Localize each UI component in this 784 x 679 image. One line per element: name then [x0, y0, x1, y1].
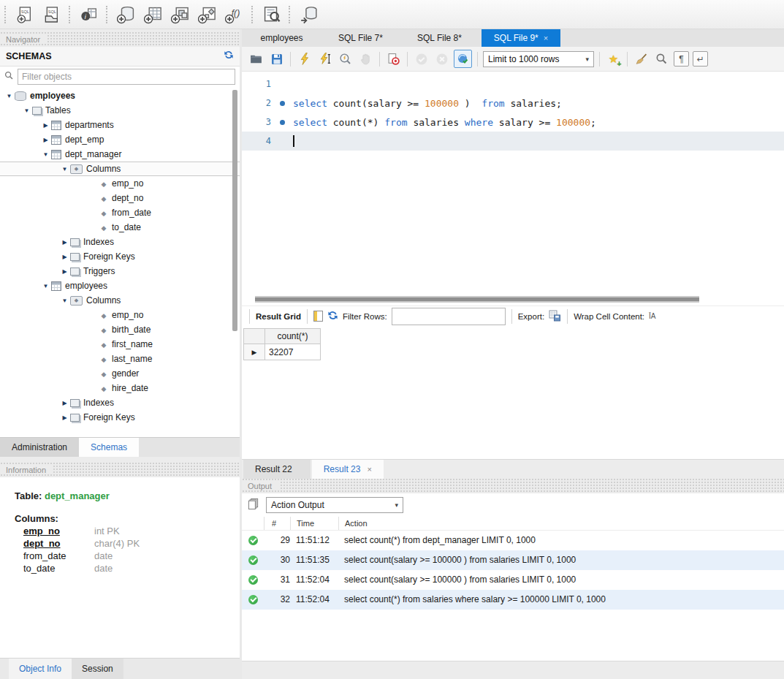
limit-rows-dropdown[interactable]: Limit to 1000 rows ▾ — [483, 51, 594, 67]
tree-item[interactable]: ▶ Indexes — [0, 395, 240, 410]
expander-icon[interactable]: ▼ — [41, 151, 50, 158]
tree-item[interactable]: gender — [0, 366, 240, 381]
expander-icon[interactable]: ▶ — [60, 414, 69, 421]
create-view-icon[interactable] — [170, 4, 191, 25]
column-type: date — [94, 550, 113, 562]
tree-scrollbar[interactable] — [232, 90, 237, 331]
expander-icon[interactable]: ▼ — [60, 297, 69, 304]
tree-item[interactable]: dept_no — [0, 191, 240, 205]
document-tab[interactable]: SQL File 9* × — [482, 29, 560, 47]
result-tab[interactable]: Result 23 × — [312, 460, 384, 479]
editor-horizontal-scrollbar[interactable] — [242, 295, 784, 303]
expander-icon[interactable]: ▼ — [4, 93, 14, 99]
scrollbar-thumb[interactable] — [255, 297, 699, 301]
document-tab[interactable]: employees — [245, 29, 324, 47]
tree-item[interactable]: first_name — [0, 337, 240, 352]
create-procedure-icon[interactable] — [197, 4, 218, 25]
expander-icon[interactable]: ▼ — [60, 166, 69, 172]
output-row[interactable]: 31 11:52:04 select count(salary >= 10000… — [242, 570, 784, 590]
open-file-icon[interactable] — [248, 50, 264, 67]
expander-icon[interactable]: ▶ — [60, 254, 69, 260]
tree-item[interactable]: ▼ dept_manager — [0, 147, 240, 162]
toolbar-divider — [379, 52, 380, 67]
result-cell-value[interactable]: 32207 — [265, 344, 321, 360]
result-grid-data-row[interactable]: ▶ 32207 — [243, 344, 784, 360]
find-icon[interactable] — [653, 50, 670, 67]
schema-inspector-icon[interactable]: i — [79, 4, 99, 25]
row-marker[interactable]: ▶ — [243, 344, 265, 360]
create-schema-icon[interactable] — [116, 4, 137, 25]
new-sql-tab-icon[interactable]: SQL — [15, 4, 35, 25]
tree-item[interactable]: ▼ employees — [0, 278, 240, 293]
number-column-header[interactable]: # — [264, 517, 290, 530]
refresh-schemas-icon[interactable] — [224, 50, 234, 63]
show-invisibles-icon[interactable]: ¶ — [674, 51, 689, 67]
tree-item[interactable]: ▶ Foreign Keys — [0, 410, 240, 425]
sidebar-tab[interactable]: Administration — [0, 438, 79, 457]
tree-item-icon — [99, 193, 108, 203]
tree-item[interactable]: ▶ Foreign Keys — [0, 249, 240, 264]
beautify-icon[interactable] — [633, 50, 650, 67]
expander-icon[interactable]: ▶ — [60, 268, 69, 275]
tree-item[interactable]: emp_no — [0, 176, 240, 191]
open-sql-script-icon[interactable]: SQL — [42, 4, 62, 25]
tree-item[interactable]: ▼ Tables — [0, 103, 240, 118]
result-tab[interactable]: Result 22 — [243, 460, 311, 479]
tree-item[interactable]: emp_no — [0, 308, 240, 322]
tree-item[interactable]: ▶ Triggers — [0, 264, 240, 278]
info-tab[interactable]: Object Info — [9, 659, 72, 679]
toggle-autocommit-icon[interactable] — [454, 50, 472, 68]
tree-item[interactable]: hire_date — [0, 381, 240, 395]
create-table-icon[interactable] — [143, 4, 164, 25]
tree-item[interactable]: birth_date — [0, 322, 240, 337]
tree-item[interactable]: ▼ Columns — [0, 293, 240, 308]
tree-item[interactable]: ▼ Columns — [0, 162, 240, 176]
search-objects-icon[interactable] — [262, 4, 282, 25]
tree-item[interactable]: ▶ departments — [0, 118, 240, 132]
create-function-icon[interactable]: f() — [224, 4, 245, 25]
toggle-wrap-icon[interactable]: ↵ — [693, 51, 708, 67]
tree-item[interactable]: last_name — [0, 352, 240, 366]
tree-item[interactable]: ▶ dept_emp — [0, 132, 240, 147]
toolbar-divider — [477, 52, 478, 67]
expander-icon[interactable]: ▼ — [22, 107, 31, 114]
explain-icon[interactable] — [337, 50, 354, 67]
table-label: Table: — [15, 490, 42, 501]
expander-icon[interactable]: ▶ — [41, 137, 50, 143]
expander-icon[interactable]: ▶ — [41, 122, 50, 129]
time-column-header[interactable]: Time — [290, 517, 338, 530]
output-row[interactable]: 32 11:52:04 select count(*) from salarie… — [242, 590, 784, 610]
close-tab-icon[interactable]: × — [367, 465, 371, 474]
close-tab-icon[interactable]: × — [544, 34, 548, 42]
execute-icon[interactable] — [296, 50, 313, 67]
wrap-cell-content-icon[interactable]: ĪA — [649, 312, 655, 320]
expander-icon[interactable]: ▶ — [60, 239, 69, 246]
export-icon[interactable] — [549, 310, 561, 323]
toggle-stop-on-error-icon[interactable] — [385, 50, 402, 67]
reconnect-database-icon[interactable] — [299, 4, 319, 25]
refresh-results-icon[interactable] — [327, 310, 338, 322]
document-tab[interactable]: SQL File 8* — [403, 29, 482, 47]
expander-icon[interactable]: ▶ — [60, 400, 69, 406]
tree-item[interactable]: ▶ Indexes — [0, 235, 240, 249]
filter-objects-input[interactable] — [18, 69, 235, 85]
sidebar-tab[interactable]: Schemas — [79, 438, 139, 457]
action-column-header[interactable]: Action — [338, 517, 784, 530]
grid-view-icon[interactable] — [313, 311, 323, 322]
tree-item[interactable]: ▼ employees — [0, 88, 240, 103]
execute-current-icon[interactable] — [316, 50, 333, 67]
save-icon[interactable] — [268, 50, 285, 67]
tree-item[interactable]: from_date — [0, 205, 240, 220]
result-column-header[interactable]: count(*) — [265, 328, 321, 344]
sql-editor[interactable]: 1 2 select count(salary >= 100000 ) from… — [242, 72, 784, 306]
save-snippet-icon[interactable]: ★+ — [605, 50, 622, 67]
output-row[interactable]: 30 11:51:35 select count(salary >= 10000… — [242, 550, 784, 570]
info-tab[interactable]: Session — [72, 659, 123, 679]
document-tab[interactable]: SQL File 7* — [324, 29, 403, 47]
output-type-dropdown[interactable]: Action Output ▾ — [266, 497, 403, 513]
tree-item-label: dept_emp — [65, 134, 104, 145]
filter-rows-input[interactable] — [392, 308, 506, 325]
output-row[interactable]: 29 11:51:12 select count(*) from dept_ma… — [242, 531, 784, 550]
expander-icon[interactable]: ▼ — [41, 283, 50, 289]
tree-item[interactable]: to_date — [0, 220, 240, 235]
